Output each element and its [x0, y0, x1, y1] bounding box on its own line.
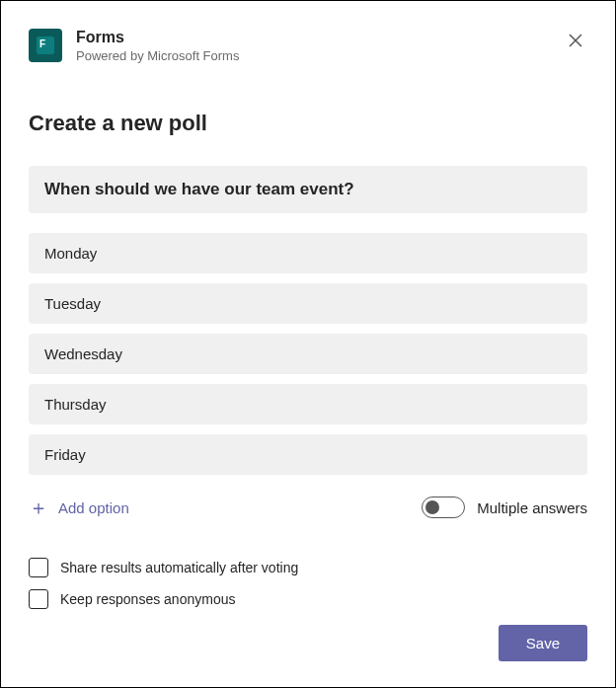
poll-option-input[interactable]: [29, 384, 587, 424]
poll-option-input[interactable]: [29, 334, 587, 374]
poll-option-input[interactable]: [29, 434, 587, 475]
options-row: ＋ Add option Multiple answers: [29, 497, 587, 518]
poll-option-input[interactable]: [29, 283, 587, 324]
dialog-header: F Forms Powered by Microsoft Forms: [29, 29, 587, 63]
plus-icon: ＋: [29, 497, 48, 517]
page-title: Create a new poll: [29, 111, 587, 136]
share-results-checkbox[interactable]: [29, 558, 48, 577]
app-subtitle: Powered by Microsoft Forms: [76, 48, 239, 63]
header-text: Forms Powered by Microsoft Forms: [76, 29, 239, 63]
close-icon: [569, 34, 582, 47]
save-button[interactable]: Save: [499, 625, 587, 661]
add-option-label: Add option: [58, 499, 129, 516]
share-results-row: Share results automatically after voting: [29, 558, 587, 577]
multiple-answers-group: Multiple answers: [422, 497, 587, 518]
keep-anonymous-checkbox[interactable]: [29, 589, 48, 609]
keep-anonymous-row: Keep responses anonymous: [29, 589, 587, 609]
share-results-label: Share results automatically after voting: [60, 560, 298, 575]
multiple-answers-toggle[interactable]: [422, 497, 465, 518]
add-option-button[interactable]: ＋ Add option: [29, 497, 129, 517]
forms-app-icon: F: [29, 29, 62, 62]
poll-question-input[interactable]: [29, 166, 587, 213]
app-title: Forms: [76, 29, 239, 46]
close-button[interactable]: [564, 29, 587, 52]
toggle-knob: [425, 500, 439, 514]
dialog-footer: Save: [29, 625, 587, 661]
multiple-answers-label: Multiple answers: [477, 499, 587, 516]
poll-option-input[interactable]: [29, 233, 587, 273]
keep-anonymous-label: Keep responses anonymous: [60, 591, 235, 607]
